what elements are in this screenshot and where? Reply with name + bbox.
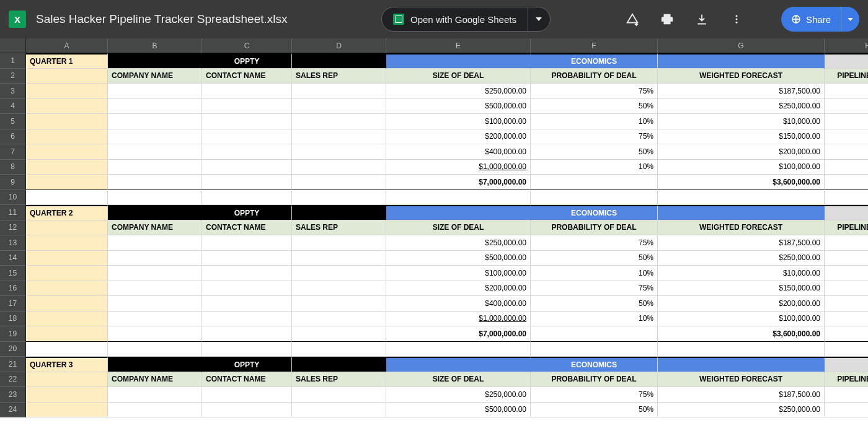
cell[interactable] xyxy=(292,99,386,115)
deal-size[interactable]: $500,000.00 xyxy=(386,403,531,418)
cell[interactable] xyxy=(531,175,658,190)
cell[interactable] xyxy=(825,296,868,312)
cell[interactable] xyxy=(26,342,108,357)
cell[interactable] xyxy=(26,84,108,99)
row-header[interactable]: 10 xyxy=(0,190,26,206)
cell[interactable] xyxy=(292,296,386,312)
cell[interactable] xyxy=(108,266,202,281)
cell[interactable] xyxy=(108,175,202,190)
cell[interactable] xyxy=(658,53,825,69)
spreadsheet-grid[interactable]: 1QUARTER 1OPPTYECONOMICS2COMPANY NAMECON… xyxy=(0,53,868,423)
cell[interactable] xyxy=(292,312,386,327)
contact-header[interactable]: CONTACT NAME xyxy=(202,220,292,236)
cell[interactable] xyxy=(825,281,868,297)
cell[interactable] xyxy=(292,160,386,175)
cell[interactable] xyxy=(292,387,386,403)
cell[interactable] xyxy=(108,357,202,372)
row-header[interactable]: 7 xyxy=(0,144,26,160)
rep-header[interactable]: SALES REP xyxy=(292,69,386,84)
contact-header[interactable]: CONTACT NAME xyxy=(202,69,292,84)
row-header[interactable]: 8 xyxy=(0,160,26,175)
cell[interactable] xyxy=(26,281,108,297)
cell[interactable] xyxy=(825,114,868,129)
cell[interactable] xyxy=(26,190,108,206)
quarter-title[interactable]: QUARTER 1 xyxy=(26,53,108,69)
deal-forecast[interactable]: $250,000.00 xyxy=(658,251,825,266)
cell[interactable] xyxy=(825,235,868,251)
deal-prob[interactable]: 50% xyxy=(531,296,658,312)
col-header[interactable]: B xyxy=(108,38,202,53)
economics-header[interactable]: ECONOMICS xyxy=(531,53,658,69)
cell[interactable] xyxy=(26,99,108,115)
economics-header[interactable]: ECONOMICS xyxy=(531,205,658,220)
cell[interactable] xyxy=(26,372,108,388)
row-header[interactable]: 6 xyxy=(0,129,26,145)
deal-prob[interactable]: 50% xyxy=(531,403,658,418)
cell[interactable] xyxy=(292,190,386,206)
deal-size[interactable]: $400,000.00 xyxy=(386,296,531,312)
cell[interactable] xyxy=(202,190,292,206)
cell[interactable] xyxy=(825,190,868,206)
cell[interactable] xyxy=(825,312,868,327)
cell[interactable] xyxy=(202,387,292,403)
cell[interactable] xyxy=(26,326,108,342)
cell[interactable] xyxy=(202,342,292,357)
row-header[interactable]: 14 xyxy=(0,251,26,266)
open-with-dropdown[interactable] xyxy=(528,7,550,31)
company-header[interactable]: COMPANY NAME xyxy=(108,69,202,84)
deal-size[interactable]: $200,000.00 xyxy=(386,129,531,145)
deal-forecast[interactable]: $10,000.00 xyxy=(658,114,825,129)
deal-forecast[interactable]: $10,000.00 xyxy=(658,266,825,281)
cell[interactable] xyxy=(292,129,386,145)
row-header[interactable]: 9 xyxy=(0,175,26,190)
cell[interactable] xyxy=(108,205,202,220)
col-header[interactable]: F xyxy=(531,38,658,53)
cell[interactable] xyxy=(202,84,292,99)
rep-header[interactable]: SALES REP xyxy=(292,220,386,236)
cell[interactable] xyxy=(292,144,386,160)
cell[interactable] xyxy=(202,312,292,327)
cell[interactable] xyxy=(531,326,658,342)
oppty-header[interactable]: OPPTY xyxy=(202,357,292,372)
deal-prob[interactable]: 75% xyxy=(531,387,658,403)
cell[interactable] xyxy=(825,144,868,160)
cell[interactable] xyxy=(108,342,202,357)
cell[interactable] xyxy=(292,266,386,281)
size-header[interactable]: SIZE OF DEAL xyxy=(386,372,531,388)
row-header[interactable]: 3 xyxy=(0,84,26,99)
row-header[interactable]: 22 xyxy=(0,372,26,388)
cell[interactable] xyxy=(825,266,868,281)
cell[interactable] xyxy=(26,403,108,418)
row-header[interactable]: 12 xyxy=(0,220,26,236)
col-header[interactable]: H xyxy=(825,38,868,53)
row-header[interactable]: 4 xyxy=(0,99,26,115)
file-name[interactable]: Sales Hacker Pipeline Tracker Spreadshee… xyxy=(36,12,288,26)
prob-header[interactable]: PROBABILITY OF DEAL xyxy=(531,220,658,236)
cell[interactable] xyxy=(202,266,292,281)
download-button[interactable] xyxy=(689,7,714,32)
cell[interactable] xyxy=(292,175,386,190)
cell[interactable] xyxy=(202,235,292,251)
cell[interactable] xyxy=(202,129,292,145)
cell[interactable] xyxy=(202,175,292,190)
cell[interactable] xyxy=(202,251,292,266)
cell[interactable] xyxy=(292,342,386,357)
deal-forecast[interactable]: $200,000.00 xyxy=(658,144,825,160)
cell[interactable] xyxy=(108,251,202,266)
cell[interactable] xyxy=(202,114,292,129)
company-header[interactable]: COMPANY NAME xyxy=(108,220,202,236)
share-dropdown[interactable] xyxy=(841,7,859,32)
cell[interactable] xyxy=(108,403,202,418)
cell[interactable] xyxy=(292,251,386,266)
cell[interactable] xyxy=(825,84,868,99)
cell[interactable] xyxy=(26,312,108,327)
deal-prob[interactable]: 75% xyxy=(531,84,658,99)
cell[interactable] xyxy=(108,281,202,297)
share-button[interactable]: Share xyxy=(781,7,841,32)
size-header[interactable]: SIZE OF DEAL xyxy=(386,69,531,84)
deal-prob[interactable]: 10% xyxy=(531,266,658,281)
deal-size[interactable]: $400,000.00 xyxy=(386,144,531,160)
size-header[interactable]: SIZE OF DEAL xyxy=(386,220,531,236)
cell[interactable] xyxy=(825,403,868,418)
cell[interactable] xyxy=(108,312,202,327)
